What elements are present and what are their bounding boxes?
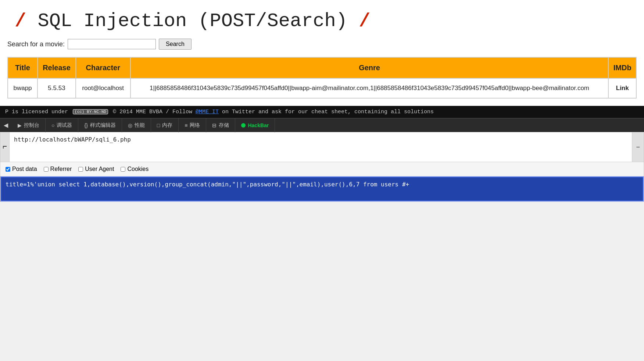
network-icon: ≡	[185, 122, 187, 128]
postdata-checkbox[interactable]	[6, 167, 10, 172]
cell-release: 5.5.53	[37, 78, 76, 98]
useragent-label: User Agent	[85, 166, 114, 172]
cc-badge: (cc) BY-NC-ND	[73, 109, 108, 114]
search-input[interactable]	[68, 39, 156, 49]
hackbar-postdata-input[interactable]: title=1%'union select 1,database(),versi…	[1, 177, 643, 199]
hackbar-url-input[interactable]: http://localhost/bWAPP/sqli_6.php	[10, 132, 632, 162]
devtools-tab-hackbar[interactable]: HackBar	[235, 118, 275, 132]
network-label: 网络	[190, 122, 200, 129]
option-postdata[interactable]: Post data	[6, 166, 37, 172]
slash-open: /	[15, 10, 26, 32]
hackbar-dot	[241, 123, 246, 128]
hackbar-url-row: L http://localhost/bWAPP/sqli_6.php −	[0, 132, 644, 162]
col-header-imdb: IMDb	[608, 57, 636, 78]
col-header-character: Character	[76, 57, 130, 78]
memory-label: 内存	[162, 122, 172, 129]
console-label: 控制台	[24, 122, 39, 129]
option-useragent[interactable]: User Agent	[78, 166, 114, 172]
footer-rest: on Twitter and ask for our cheat sheet, …	[222, 109, 434, 115]
style-label: 样式编辑器	[90, 122, 116, 129]
search-label: Search for a movie:	[7, 40, 65, 48]
col-header-release: Release	[37, 57, 76, 78]
page-title: / SQL Injection (POST/Search) /	[7, 4, 637, 36]
hackbar-label: HackBar	[248, 122, 269, 128]
cookies-checkbox[interactable]	[121, 167, 125, 172]
devtools-bar: ◀ ▶ 控制台 ○ 调试器 {} 样式编辑器 ◎ 性能 □ 内存 ≡ 网络 ⊟ …	[0, 118, 644, 132]
twitter-link[interactable]: @MME_IT	[196, 109, 219, 115]
hackbar-minus-button[interactable]: −	[632, 132, 644, 162]
debugger-label: 调试器	[57, 122, 72, 129]
storage-label: 存储	[219, 122, 229, 129]
memory-icon: □	[157, 122, 160, 128]
console-icon: ▶	[18, 122, 22, 128]
referrer-checkbox[interactable]	[44, 167, 49, 172]
slash-close: /	[359, 10, 370, 32]
table-header-row: Title Release Character Genre IMDb	[8, 57, 636, 78]
cell-character: root@localhost	[76, 78, 130, 98]
devtools-tab-memory[interactable]: □ 内存	[151, 118, 179, 132]
table-row: bwapp 5.5.53 root@localhost 1||688585848…	[8, 78, 636, 98]
perf-icon: ◎	[128, 122, 132, 128]
option-cookies[interactable]: Cookies	[121, 166, 149, 172]
devtools-tab-debugger[interactable]: ○ 调试器	[46, 118, 78, 132]
devtools-tab-console[interactable]: ▶ 控制台	[12, 118, 46, 132]
cell-title: bwapp	[8, 78, 37, 98]
footer-bar: P is licensed under (cc) BY-NC-ND © 2014…	[0, 106, 644, 118]
footer-copyright: © 2014 MME BVBA / Follow	[113, 109, 196, 115]
hackbar-panel: L http://localhost/bWAPP/sqli_6.php − Po…	[0, 132, 644, 202]
cell-imdb[interactable]: Link	[608, 78, 636, 98]
col-header-title: Title	[8, 57, 37, 78]
search-form: Search for a movie: Search	[7, 39, 637, 50]
title-text: SQL Injection (POST/Search)	[37, 10, 359, 32]
postdata-label: Post data	[12, 166, 37, 172]
devtools-side-icon[interactable]: ◀	[0, 118, 12, 132]
devtools-tab-perf[interactable]: ◎ 性能	[122, 118, 151, 132]
cell-genre: 1||6885858486f31043e5839c735d99457f045af…	[130, 78, 609, 98]
hackbar-side-label: L	[0, 132, 10, 162]
style-icon: {}	[84, 122, 87, 128]
col-header-genre: Genre	[130, 57, 609, 78]
footer-text: P is licensed under	[5, 109, 71, 115]
perf-label: 性能	[135, 122, 145, 129]
useragent-checkbox[interactable]	[78, 167, 83, 172]
devtools-tab-style[interactable]: {} 样式编辑器	[78, 118, 122, 132]
referrer-label: Referrer	[50, 166, 72, 172]
results-table: Title Release Character Genre IMDb bwapp…	[7, 57, 637, 99]
cookies-label: Cookies	[127, 166, 149, 172]
hackbar-postdata-area: title=1%'union select 1,database(),versi…	[0, 176, 644, 201]
search-button[interactable]: Search	[159, 39, 192, 50]
devtools-tab-network[interactable]: ≡ 网络	[179, 118, 206, 132]
option-referrer[interactable]: Referrer	[44, 166, 72, 172]
storage-icon: ⊟	[212, 122, 217, 128]
debugger-icon: ○	[51, 122, 54, 128]
devtools-tab-storage[interactable]: ⊟ 存储	[206, 118, 235, 132]
hackbar-options: Post data Referrer User Agent Cookies	[0, 162, 644, 176]
